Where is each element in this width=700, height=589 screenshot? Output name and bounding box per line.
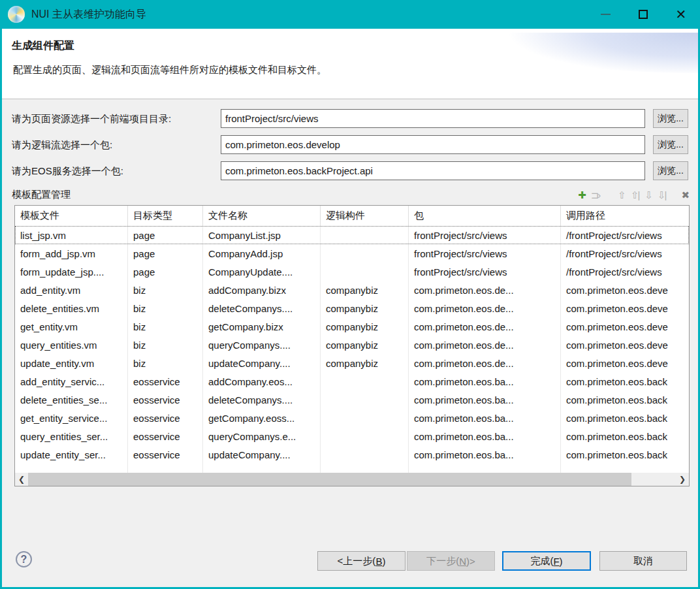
table-cell: companybiz bbox=[321, 336, 409, 354]
table-cell: companybiz bbox=[321, 354, 409, 372]
table-cell: com.primeton.eos.back bbox=[561, 372, 689, 390]
horizontal-scrollbar[interactable]: ❮ ❯ bbox=[15, 473, 689, 486]
column-header[interactable]: 模板文件 bbox=[15, 206, 128, 226]
table-row[interactable]: get_entity_service...eosservicegetCompan… bbox=[15, 409, 689, 427]
table-cell: biz bbox=[128, 299, 203, 317]
column-header[interactable]: 逻辑构件 bbox=[321, 206, 409, 226]
browse-logic-flow-button[interactable]: 浏览... bbox=[653, 135, 688, 154]
table-cell: queryCompanys.e... bbox=[203, 427, 321, 445]
table-cell: com.primeton.eos.de... bbox=[409, 299, 561, 317]
table-cell: com.primeton.eos.ba... bbox=[409, 409, 561, 427]
table-cell: com.primeton.eos.deve bbox=[561, 299, 689, 317]
table-cell: page bbox=[128, 263, 203, 281]
table-cell: CompanyUpdate.... bbox=[203, 263, 321, 281]
column-header[interactable]: 包 bbox=[409, 206, 561, 226]
table-cell: /frontProject/src/views bbox=[561, 263, 689, 281]
scroll-right-icon[interactable]: ❯ bbox=[676, 473, 689, 486]
table-row[interactable]: form_update_jsp....pageCompanyUpdate....… bbox=[15, 263, 689, 281]
page-description: 配置生成的页面、逻辑流和页面流等组件所对应的模板文件和目标文件。 bbox=[13, 64, 326, 76]
table-cell: com.primeton.eos.back bbox=[561, 445, 689, 464]
table-cell: form_add_jsp.vm bbox=[15, 244, 128, 263]
wizard-banner: 生成组件配置 配置生成的页面、逻辑流和页面流等组件所对应的模板文件和目标文件。 bbox=[2, 29, 698, 99]
table-cell bbox=[321, 263, 409, 281]
next-button[interactable]: 下一步(N)> bbox=[407, 551, 495, 571]
table-cell: eosservice bbox=[128, 445, 203, 464]
delete-icon[interactable]: ✖ bbox=[681, 189, 688, 202]
table-cell bbox=[321, 244, 409, 263]
column-header[interactable]: 调用路径 bbox=[561, 206, 689, 226]
add-icon[interactable]: ✚ bbox=[578, 189, 585, 202]
table-cell: biz bbox=[128, 281, 203, 299]
table-row[interactable]: delete_entities.vmbizdeleteCompanys....c… bbox=[15, 299, 689, 317]
h-scrollbar-thumb[interactable] bbox=[28, 473, 631, 486]
table-cell: eosservice bbox=[128, 409, 203, 427]
table-cell: query_entities_ser... bbox=[15, 427, 128, 445]
back-button[interactable]: <上一步(B) bbox=[317, 551, 406, 571]
table-cell bbox=[321, 226, 409, 244]
move-to-top-icon[interactable]: ⇧| bbox=[631, 189, 639, 202]
move-down-icon[interactable]: ⇩ bbox=[644, 189, 652, 202]
maximize-button[interactable] bbox=[624, 0, 662, 29]
next-button-label: 下一步( bbox=[426, 555, 459, 567]
table-cell: frontProject/src/views bbox=[409, 226, 561, 244]
table-cell: getCompany.eoss... bbox=[203, 409, 321, 427]
help-button[interactable]: ? bbox=[16, 551, 32, 567]
table-filler-row bbox=[15, 464, 689, 473]
column-header[interactable]: 文件名称 bbox=[203, 206, 321, 226]
table-cell: biz bbox=[128, 354, 203, 372]
back-mnemonic: B bbox=[375, 556, 382, 567]
table-cell: update_entity_ser... bbox=[15, 445, 128, 464]
table-cell: add_entity.vm bbox=[15, 281, 128, 299]
minimize-button[interactable] bbox=[586, 0, 624, 29]
move-up-icon[interactable]: ⇧ bbox=[618, 189, 625, 202]
table-cell: com.primeton.eos.back bbox=[561, 427, 689, 445]
table-cell: companybiz bbox=[321, 281, 409, 299]
next-mnemonic: N bbox=[459, 556, 466, 567]
finish-button-label: 完成( bbox=[530, 555, 553, 567]
table-cell: addCompany.bizx bbox=[203, 281, 321, 299]
finish-button-label-post: ) bbox=[560, 556, 563, 567]
finish-button[interactable]: 完成(F) bbox=[502, 551, 591, 571]
table-cell: page bbox=[128, 226, 203, 244]
logic-flow-package-input[interactable] bbox=[221, 135, 645, 154]
table-toolbar: ✚⊐›⇧⇧|⇩⇩|✖ bbox=[572, 189, 688, 202]
close-button[interactable]: ✕ bbox=[662, 0, 700, 29]
table-filler-cell bbox=[128, 464, 203, 473]
table-row[interactable]: query_entities.vmbizqueryCompanys....com… bbox=[15, 336, 689, 354]
back-button-label-post: ) bbox=[382, 556, 385, 567]
table-cell: frontProject/src/views bbox=[409, 244, 561, 263]
table-cell: com.primeton.eos.ba... bbox=[409, 427, 561, 445]
table-row[interactable]: update_entity.vmbizupdateCompany....comp… bbox=[15, 354, 689, 372]
front-project-dir-label: 请为页面资源选择一个前端项目目录: bbox=[12, 109, 171, 128]
table-cell: CompanyAdd.jsp bbox=[203, 244, 321, 263]
browse-eos-service-button[interactable]: 浏览... bbox=[653, 161, 688, 180]
front-project-dir-input[interactable] bbox=[221, 109, 645, 128]
insert-template-icon[interactable]: ⊐› bbox=[591, 189, 600, 202]
scroll-left-icon[interactable]: ❮ bbox=[15, 473, 28, 486]
table-row[interactable]: add_entity_servic...eosserviceaddCompany… bbox=[15, 372, 689, 390]
table-row[interactable]: delete_entities_se...eosservicedeleteCom… bbox=[15, 390, 689, 409]
template-table: 模板文件目标类型文件名称逻辑构件包调用路径 list_jsp.vmpageCom… bbox=[14, 205, 690, 486]
table-cell: companybiz bbox=[321, 317, 409, 336]
title-bar: NUI 主从表维护功能向导 ✕ bbox=[0, 0, 700, 29]
table-row[interactable]: query_entities_ser...eosservicequeryComp… bbox=[15, 427, 689, 445]
window-title: NUI 主从表维护功能向导 bbox=[31, 8, 146, 22]
browse-front-project-button[interactable]: 浏览... bbox=[653, 109, 688, 128]
table-row[interactable]: update_entity_ser...eosserviceupdateComp… bbox=[15, 445, 689, 464]
table-cell: com.primeton.eos.back bbox=[561, 390, 689, 409]
column-header[interactable]: 目标类型 bbox=[128, 206, 203, 226]
table-cell: com.primeton.eos.de... bbox=[409, 336, 561, 354]
cancel-button[interactable]: 取消 bbox=[599, 551, 687, 571]
table-cell: eosservice bbox=[128, 390, 203, 409]
table-row[interactable]: list_jsp.vmpageCompanyList.jspfrontProje… bbox=[15, 226, 689, 244]
table-cell: get_entity.vm bbox=[15, 317, 128, 336]
table-cell: eosservice bbox=[128, 427, 203, 445]
table-row[interactable]: add_entity.vmbizaddCompany.bizxcompanybi… bbox=[15, 281, 689, 299]
table-filler-cell bbox=[15, 464, 128, 473]
eos-service-package-input[interactable] bbox=[221, 161, 645, 180]
app-logo-icon bbox=[8, 6, 25, 23]
move-to-bottom-icon[interactable]: ⇩| bbox=[658, 189, 665, 202]
table-row[interactable]: get_entity.vmbizgetCompany.bizxcompanybi… bbox=[15, 317, 689, 336]
dialog-border-left bbox=[0, 29, 2, 589]
table-row[interactable]: form_add_jsp.vmpageCompanyAdd.jspfrontPr… bbox=[15, 244, 689, 263]
